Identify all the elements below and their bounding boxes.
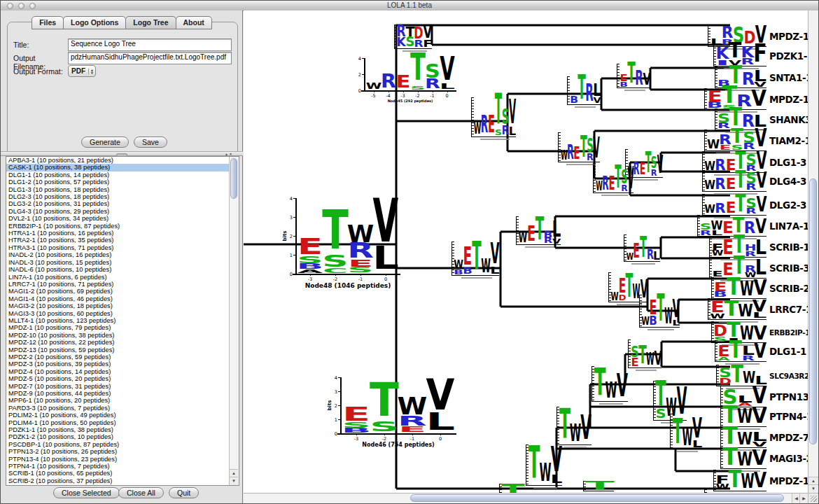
tree-vertical-scrollbar[interactable]: ▲ ▼ bbox=[808, 10, 818, 493]
list-item[interactable]: DLG3-2 (10 positions, 31 peptides) bbox=[6, 200, 239, 207]
node-label: Node46 (754 peptides) bbox=[332, 442, 465, 448]
resize-grip-icon[interactable] bbox=[808, 493, 818, 503]
list-item[interactable]: ERBB2IP-1 (10 positions, 87 peptides) bbox=[6, 223, 239, 230]
list-item[interactable]: MPDZ-4 (10 positions, 14 peptides) bbox=[6, 368, 239, 375]
output-format-select[interactable]: PDF ▲▼ bbox=[68, 65, 96, 77]
generate-button[interactable]: Generate bbox=[81, 136, 129, 148]
list-item[interactable]: PTPN13-4 (10 positions, 23 peptides) bbox=[6, 456, 239, 463]
save-button[interactable]: Save bbox=[134, 136, 167, 148]
logo-column: LV bbox=[552, 216, 561, 244]
list-item[interactable]: MPDZ-12 (10 positions, 22 peptides) bbox=[6, 339, 239, 346]
list-item[interactable]: MPDZ-10 (10 positions, 38 peptides) bbox=[6, 332, 239, 339]
peptide-list[interactable]: APBA3-1 (10 positions, 21 peptides)CASK-… bbox=[6, 156, 239, 486]
leaf-label: SCRIB-2 bbox=[769, 283, 808, 294]
logo-column: V bbox=[756, 170, 766, 191]
logo-column: W bbox=[738, 426, 752, 447]
close-all-button[interactable]: Close All bbox=[118, 487, 164, 498]
list-item[interactable]: DLG1-1 (10 positions, 14 peptides) bbox=[6, 172, 239, 178]
list-item[interactable]: MAGI1-2 (10 positions, 69 peptides) bbox=[6, 288, 239, 295]
list-item[interactable]: PDZK1-1 (10 positions, 38 peptides) bbox=[6, 426, 239, 433]
tree-scroll-right-icon[interactable]: ▶ bbox=[799, 493, 808, 503]
tab-about[interactable]: About bbox=[176, 16, 212, 29]
list-item[interactable]: PTPN13-2 (10 positions, 26 peptides) bbox=[6, 448, 239, 455]
list-item[interactable]: MPDZ-13 (10 positions, 59 peptides) bbox=[6, 346, 239, 354]
list-item[interactable]: HTRA3-1 (10 positions, 71 peptides) bbox=[6, 244, 239, 251]
list-item[interactable]: LIN7A-1 (10 positions, 6 peptides) bbox=[6, 274, 239, 281]
tree-scroll-down-icon[interactable]: ▼ bbox=[808, 484, 818, 493]
list-item[interactable]: DLG1-2 (10 positions, 57 peptides) bbox=[6, 178, 239, 186]
list-item[interactable]: PARD3-3 (10 positions, 7 peptides) bbox=[6, 405, 239, 412]
tab-files[interactable]: Files bbox=[31, 16, 64, 29]
list-item[interactable]: INADL-2 (10 positions, 16 peptides) bbox=[6, 251, 239, 258]
axis-tick-label: -1 bbox=[408, 436, 416, 442]
logo-column: W bbox=[738, 298, 752, 319]
logo-column: SE bbox=[631, 340, 638, 368]
list-item[interactable]: MAGI1-4 (10 positions, 46 peptides) bbox=[6, 295, 239, 302]
list-item[interactable]: MAGI3-3 (10 positions, 60 peptides) bbox=[6, 310, 239, 317]
list-item[interactable]: PDLIM2-1 (10 positions, 49 peptides) bbox=[6, 412, 239, 419]
title-input[interactable]: Sequence Logo Tree bbox=[68, 38, 232, 51]
leaf-label: SNTA1-1 bbox=[769, 72, 808, 83]
output-filename-input[interactable]: pdzHumanSidhuPhageProjectfile.txt.LogoTr… bbox=[68, 52, 232, 64]
list-item[interactable]: MPDZ-1 (10 positions, 79 peptides) bbox=[6, 324, 239, 331]
list-item[interactable]: DVL2-1 (10 positions, 34 peptides) bbox=[6, 215, 239, 222]
list-item[interactable]: MPDZ-5 (10 positions, 20 peptides) bbox=[6, 375, 239, 382]
axis-line bbox=[433, 91, 433, 92]
logo-column: TS bbox=[656, 381, 666, 420]
list-item[interactable]: MPDZ-9 (10 positions, 44 peptides) bbox=[6, 390, 239, 397]
list-item[interactable]: APBA3-1 (10 positions, 21 peptides) bbox=[6, 157, 239, 164]
axis-tick-label: -1 bbox=[356, 276, 365, 282]
list-item[interactable]: MPDZ-2 (10 positions, 59 peptides) bbox=[6, 354, 239, 360]
axis-tick-label: 2 bbox=[332, 403, 337, 409]
list-item[interactable]: HTRA2-1 (10 positions, 35 peptides) bbox=[6, 237, 239, 244]
tab-logo-options[interactable]: Logo Options bbox=[63, 16, 126, 29]
tree-hscroll-thumb[interactable] bbox=[410, 494, 784, 502]
leaf-logo: EWTWVL bbox=[710, 298, 766, 319]
list-item[interactable]: SCRIB-1 (10 positions, 65 peptides) bbox=[6, 470, 239, 477]
list-item[interactable]: DLG4-3 (10 positions, 29 peptides) bbox=[6, 208, 239, 215]
logo-column: RE bbox=[719, 130, 731, 150]
list-item[interactable]: HTRA1-1 (10 positions, 16 peptides) bbox=[6, 230, 239, 237]
list-item[interactable]: MPDZ-3 (10 positions, 39 peptides) bbox=[6, 360, 239, 368]
axis-tick-label: -2 bbox=[414, 93, 422, 99]
list-item[interactable]: MAGI3-2 (10 positions, 18 peptides) bbox=[6, 302, 239, 309]
list-item[interactable]: CASK-1 (10 positions, 38 peptides) bbox=[6, 164, 239, 171]
list-item[interactable]: MLLT4-1 (10 positions, 123 peptides) bbox=[6, 317, 239, 324]
logo-column: V bbox=[755, 215, 766, 236]
logo-column: E bbox=[608, 163, 615, 192]
list-item[interactable]: DLG1-3 (10 positions, 18 peptides) bbox=[6, 186, 239, 193]
list-item[interactable]: DLG2-3 (10 positions, 18 peptides) bbox=[6, 193, 239, 200]
axis-tick-label: -3 bbox=[306, 276, 314, 282]
logo-column: EB bbox=[463, 241, 472, 275]
list-item[interactable]: PDZK1-2 (10 positions, 10 peptides) bbox=[6, 433, 239, 440]
title-bar[interactable]: LOLA 1.1 beta bbox=[1, 1, 818, 11]
list-item[interactable]: MPP6-1 (10 positions, 20 peptides) bbox=[6, 397, 239, 404]
node-logo: WRETSSRVL bbox=[474, 97, 516, 136]
list-item[interactable]: LRRC7-1 (10 positions, 71 peptides) bbox=[6, 281, 239, 288]
leaf-logo: FWTWV bbox=[716, 470, 766, 491]
list-item[interactable]: PTPN4-1 (10 positions, 7 peptides) bbox=[6, 463, 239, 470]
logo-column: T bbox=[502, 484, 524, 493]
logo-column: E bbox=[725, 194, 736, 215]
axis-tick-label: -2 bbox=[331, 276, 340, 282]
list-item[interactable]: MPDZ-7 (10 positions, 31 peptides) bbox=[6, 383, 239, 390]
close-selected-button[interactable]: Close Selected bbox=[53, 487, 120, 498]
tree-vscroll-thumb[interactable] bbox=[809, 178, 817, 444]
list-scrollbar-thumb[interactable] bbox=[230, 158, 237, 199]
logo-column: W bbox=[611, 272, 618, 302]
axis-line bbox=[335, 274, 336, 276]
logo-column: EA bbox=[718, 340, 730, 361]
logo-column: W bbox=[596, 163, 602, 192]
list-item[interactable]: PDLIM4-1 (10 positions, 50 peptides) bbox=[6, 419, 239, 426]
logo-column: T bbox=[638, 340, 646, 368]
list-item[interactable]: PSCDBP-1 (10 positions, 87 peptides) bbox=[6, 441, 239, 448]
tree-horizontal-scrollbar[interactable]: ◀ ▶ bbox=[244, 493, 808, 503]
splitter-handle[interactable]: ▲▼ bbox=[1, 151, 243, 156]
list-scrollbar[interactable]: ▲ ▼ bbox=[229, 157, 239, 485]
axis-tick-label: 0 bbox=[332, 431, 337, 437]
list-item[interactable]: INADL-6 (10 positions, 10 peptides) bbox=[6, 266, 239, 273]
tab-logo-tree[interactable]: Logo Tree bbox=[125, 16, 176, 29]
list-item[interactable]: INADL-3 (10 positions, 15 peptides) bbox=[6, 259, 239, 266]
logo-column: E bbox=[488, 97, 495, 136]
quit-button[interactable]: Quit bbox=[169, 487, 199, 498]
